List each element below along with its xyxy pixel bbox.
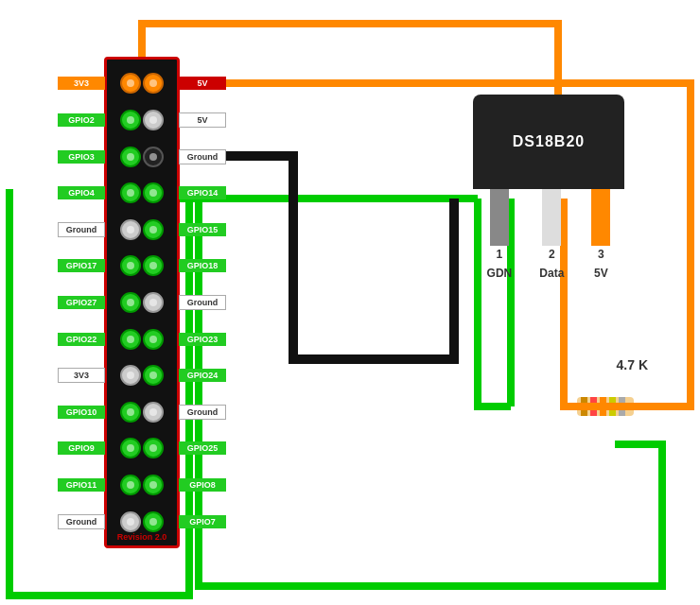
resistor-label: 4.7 K	[617, 357, 648, 372]
pin-left-11	[120, 475, 141, 495]
chip-leg-3: 3 5V	[591, 189, 610, 280]
label-left-3: GPIO4	[58, 186, 105, 199]
pin-right-8	[143, 365, 164, 386]
leg-body-1	[490, 189, 509, 246]
pin-right-4	[143, 219, 164, 240]
pin-left-4	[120, 219, 141, 240]
label-right-10: GPIO25	[179, 441, 226, 455]
label-left-6: GPIO27	[58, 296, 105, 309]
pin-right-5	[143, 255, 164, 276]
label-right-6: Ground	[179, 295, 226, 310]
pin-right-1	[143, 110, 164, 130]
label-right-2: Ground	[179, 149, 226, 164]
pin-left-9	[120, 402, 141, 423]
label-left-0: 3V3	[58, 77, 105, 90]
label-left-8: 3V3	[58, 368, 105, 383]
pin-right-9	[143, 402, 164, 423]
chip-leg-2: 2 Data	[539, 189, 564, 280]
label-right-5: GPIO18	[179, 259, 226, 272]
pin-left-7	[120, 329, 141, 350]
label-right-7: GPIO23	[179, 333, 226, 346]
label-left-11: GPIO11	[58, 478, 105, 492]
band-3	[600, 397, 606, 416]
pin-row-3: GPIO4GPIO14	[107, 182, 177, 203]
resistor-body	[577, 397, 634, 416]
pin-left-5	[120, 255, 141, 276]
label-right-0: 5V	[179, 77, 226, 90]
pin-right-3	[143, 182, 164, 203]
pin-row-7: GPIO22GPIO23	[107, 329, 177, 350]
pin-left-6	[120, 292, 141, 313]
label-left-2: GPIO3	[58, 150, 105, 164]
pin-left-10	[120, 438, 141, 458]
label-right-8: GPIO24	[179, 369, 226, 382]
pin-left-12	[120, 511, 141, 532]
label-left-5: GPIO17	[58, 259, 105, 272]
resistor-wire-left	[563, 405, 577, 409]
label-right-1: 5V	[179, 112, 226, 128]
pin-row-9: GPIO10Ground	[107, 402, 177, 423]
chip-body: DS18B20	[473, 95, 624, 189]
band-1	[581, 397, 587, 416]
pin-right-12	[143, 511, 164, 532]
revision-text: Revision 2.0	[117, 532, 167, 542]
leg-num-1: 1	[497, 248, 503, 261]
pin-row-10: GPIO9GPIO25	[107, 438, 177, 458]
pin-right-7	[143, 329, 164, 350]
pin-row-4: GroundGPIO15	[107, 219, 177, 240]
leg-num-2: 2	[549, 248, 555, 261]
diagram: 3V35VGPIO25VGPIO3GroundGPIO4GPIO14Ground…	[0, 0, 700, 605]
leg-body-2	[542, 189, 561, 246]
label-right-3: GPIO14	[179, 186, 226, 199]
label-right-9: Ground	[179, 405, 226, 420]
pin-left-2	[120, 147, 141, 167]
pin-row-2: GPIO3Ground	[107, 147, 177, 167]
pin-row-5: GPIO17GPIO18	[107, 255, 177, 276]
leg-label-2: Data	[539, 267, 564, 280]
chip-legs: 1 GDN 2 Data 3 5V	[473, 189, 624, 280]
band-2	[590, 397, 597, 416]
band-5	[619, 397, 625, 416]
leg-num-3: 3	[598, 248, 604, 261]
pin-right-0	[143, 73, 164, 94]
pin-left-3	[120, 182, 141, 203]
leg-label-3: 5V	[594, 267, 608, 280]
pin-left-0	[120, 73, 141, 94]
pin-right-6	[143, 292, 164, 313]
pin-left-1	[120, 110, 141, 130]
pin-right-10	[143, 438, 164, 458]
pin-right-2	[143, 147, 164, 167]
pin-row-11: GPIO11GPIO8	[107, 475, 177, 495]
label-left-10: GPIO9	[58, 441, 105, 455]
label-left-7: GPIO22	[58, 333, 105, 346]
resistor-container	[563, 397, 648, 416]
leg-body-3	[591, 189, 610, 246]
label-right-12: GPIO7	[179, 515, 226, 528]
gpio-board: 3V35VGPIO25VGPIO3GroundGPIO4GPIO14Ground…	[104, 57, 180, 548]
label-left-4: Ground	[58, 222, 105, 237]
label-right-4: GPIO15	[179, 223, 226, 236]
pin-row-12: GroundGPIO7	[107, 511, 177, 532]
pin-row-1: GPIO25V	[107, 110, 177, 130]
label-left-9: GPIO10	[58, 406, 105, 419]
pin-row-8: 3V3GPIO24	[107, 365, 177, 386]
pin-left-8	[120, 365, 141, 386]
resistor-wire-right	[634, 405, 648, 409]
chip-container: DS18B20 1 GDN 2 Data 3 5V	[473, 95, 624, 280]
label-right-11: GPIO8	[179, 478, 226, 492]
leg-label-1: GDN	[487, 267, 513, 280]
chip-leg-1: 1 GDN	[487, 189, 513, 280]
pin-row-6: GPIO27Ground	[107, 292, 177, 313]
pin-row-0: 3V35V	[107, 73, 177, 94]
chip-name: DS18B20	[513, 133, 585, 150]
pin-right-11	[143, 475, 164, 495]
label-left-1: GPIO2	[58, 113, 105, 127]
band-4	[609, 397, 616, 416]
label-left-12: Ground	[58, 514, 105, 529]
